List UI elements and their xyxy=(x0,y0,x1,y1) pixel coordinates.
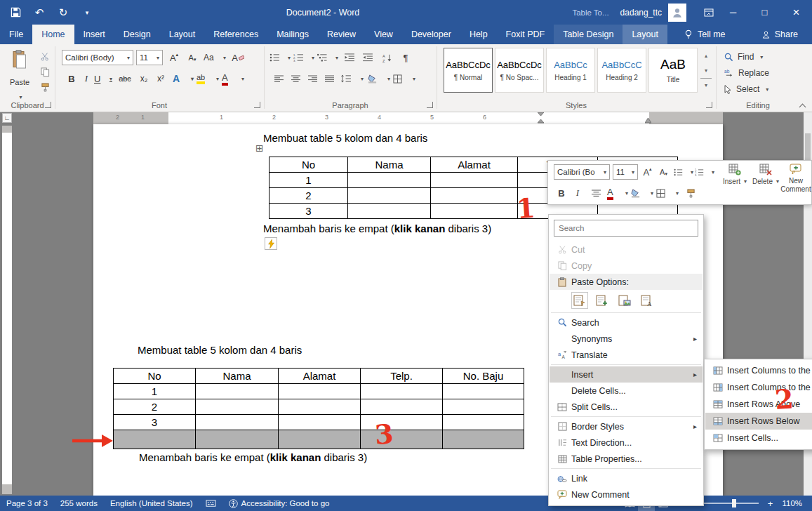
table-cell[interactable] xyxy=(279,384,361,399)
bold-button[interactable]: B xyxy=(65,71,79,86)
vertical-ruler[interactable] xyxy=(2,126,12,494)
tab-help[interactable]: Help xyxy=(460,25,497,44)
submenu-item-insert-columns-left[interactable]: Insert Columns to the Left xyxy=(705,362,812,379)
table-cell[interactable]: Alamat xyxy=(279,369,361,384)
font-size-combo[interactable]: 11▾ xyxy=(136,50,163,65)
paragraph-dialog-launcher-icon[interactable] xyxy=(427,102,433,108)
select-button[interactable]: Select▾ xyxy=(724,82,768,96)
mini-delete-button[interactable]: Delete▾ xyxy=(752,164,780,201)
table-cell[interactable] xyxy=(196,430,279,449)
grow-font-button[interactable]: A▴ xyxy=(166,50,182,65)
submenu-item-insert-rows-below[interactable]: Insert Rows Below xyxy=(705,413,812,430)
table-cell[interactable] xyxy=(196,415,279,430)
doc-heading-1[interactable]: Membuat table 5 kolom dan 4 baris xyxy=(263,132,427,144)
page-indicator[interactable]: Page 3 of 3 xyxy=(0,496,54,511)
table-cell[interactable] xyxy=(196,399,279,415)
table-cell[interactable] xyxy=(431,204,518,219)
menu-item-delete-cells[interactable]: Delete Cells... xyxy=(550,383,703,399)
tab-layout-contextual[interactable]: Layout xyxy=(623,25,667,44)
menu-item-border-styles[interactable]: Border Styles▸ xyxy=(550,418,703,434)
decrease-indent-button[interactable] xyxy=(341,50,358,65)
style-heading-2[interactable]: AaBbCcCHeading 2 xyxy=(597,48,646,93)
highlight-button[interactable]: ab▾ xyxy=(197,71,219,86)
mini-italic-button[interactable]: I xyxy=(571,185,585,201)
table-cell[interactable] xyxy=(279,430,361,449)
user-name[interactable]: dadang_ttc xyxy=(620,8,662,18)
qat-customize-icon[interactable]: ▾ xyxy=(79,4,95,21)
table-cell[interactable]: 2 xyxy=(269,188,348,204)
text-effects-button[interactable]: A▾ xyxy=(173,71,194,86)
table-cell[interactable]: No xyxy=(114,369,196,384)
table-cell[interactable] xyxy=(348,204,431,219)
shrink-font-button[interactable]: A▾ xyxy=(184,50,201,65)
table-cell[interactable] xyxy=(443,415,524,430)
table-cell[interactable]: Alamat xyxy=(431,157,518,173)
search-input[interactable] xyxy=(554,224,698,232)
save-icon[interactable] xyxy=(7,4,24,21)
find-button[interactable]: Find▾ xyxy=(724,50,763,64)
table-cell[interactable] xyxy=(361,384,443,399)
tab-review[interactable]: Review xyxy=(318,25,365,44)
redo-icon[interactable]: ↻ xyxy=(55,4,72,21)
menu-item-split-cells[interactable]: Split Cells... xyxy=(550,399,703,415)
table-cell[interactable]: No xyxy=(269,157,348,173)
mini-new-comment-button[interactable]: New Comment xyxy=(781,164,811,201)
zoom-in-button[interactable]: + xyxy=(764,498,776,509)
tab-layout[interactable]: Layout xyxy=(160,25,205,44)
table-cell[interactable] xyxy=(431,188,518,204)
style-heading-1[interactable]: AaBbCcHeading 1 xyxy=(546,48,595,93)
menu-item-new-comment[interactable]: New Comment xyxy=(550,486,703,503)
table-cell[interactable] xyxy=(361,430,443,449)
table-cell[interactable]: Nama xyxy=(348,157,431,173)
table-cell[interactable] xyxy=(348,188,431,204)
replace-button[interactable]: abReplace xyxy=(724,66,769,80)
right-indent-marker[interactable] xyxy=(645,118,651,124)
justify-button[interactable] xyxy=(321,71,337,86)
styles-dialog-launcher-icon[interactable] xyxy=(706,102,712,108)
show-paragraph-marks-button[interactable]: ¶ xyxy=(399,50,413,65)
italic-button[interactable]: I xyxy=(80,71,93,86)
tab-file[interactable]: File xyxy=(0,25,32,44)
word-count[interactable]: 255 words xyxy=(54,496,104,511)
format-painter-icon[interactable] xyxy=(36,81,53,93)
shading-button[interactable]: ▾ xyxy=(368,71,390,86)
tab-design[interactable]: Design xyxy=(114,25,160,44)
table-cell[interactable] xyxy=(361,399,443,415)
submenu-item-insert-cells[interactable]: Insert Cells... xyxy=(705,430,812,446)
undo-icon[interactable]: ↶ xyxy=(31,4,48,21)
tell-me[interactable]: Tell me xyxy=(674,25,736,44)
table-cell[interactable]: No. Baju xyxy=(443,369,524,384)
tab-developer[interactable]: Developer xyxy=(402,25,460,44)
subscript-button[interactable]: x₂ xyxy=(136,71,152,86)
autocorrect-options-button[interactable] xyxy=(265,237,277,250)
table-cell[interactable] xyxy=(114,430,196,449)
tab-selector-box[interactable]: ∟ xyxy=(2,113,12,123)
horizontal-ruler[interactable]: 2 1 1 2 3 4 5 6 xyxy=(93,112,723,124)
avatar[interactable] xyxy=(668,4,686,22)
line-spacing-button[interactable]: ▾ xyxy=(341,71,364,86)
table-cell[interactable]: 3 xyxy=(114,415,196,430)
style-normal[interactable]: AaBbCcDc¶ Normal xyxy=(444,48,493,93)
first-line-indent-marker[interactable] xyxy=(538,112,544,124)
language-indicator[interactable]: English (United States) xyxy=(104,496,199,511)
mini-font-size-combo[interactable]: 11▾ xyxy=(613,164,638,180)
table-row[interactable]: No Nama Alamat Telp. No. Baju xyxy=(114,369,524,384)
table-cell[interactable] xyxy=(443,430,524,449)
close-button[interactable]: × xyxy=(780,0,812,25)
paste-merge-formatting-icon[interactable] xyxy=(594,292,611,309)
font-dialog-launcher-icon[interactable] xyxy=(254,102,260,108)
mini-align-center-button[interactable] xyxy=(587,185,604,201)
proofing-icon[interactable] xyxy=(199,496,222,511)
tab-table-design[interactable]: Table Design xyxy=(554,25,623,44)
tab-references[interactable]: References xyxy=(204,25,267,44)
ribbon-display-options-icon[interactable] xyxy=(700,4,717,21)
paste-button[interactable]: Paste ▾ xyxy=(4,47,35,102)
table-cell[interactable] xyxy=(279,399,361,415)
table-row[interactable]: 1 xyxy=(114,384,524,399)
tab-view[interactable]: View xyxy=(365,25,402,44)
table-cell[interactable] xyxy=(443,399,524,415)
bullets-button[interactable]: ▾ xyxy=(269,50,291,65)
menu-item-insert[interactable]: Insert▸ xyxy=(550,366,703,383)
clipboard-dialog-launcher-icon[interactable] xyxy=(45,102,51,108)
minimize-button[interactable]: ─ xyxy=(717,0,749,25)
